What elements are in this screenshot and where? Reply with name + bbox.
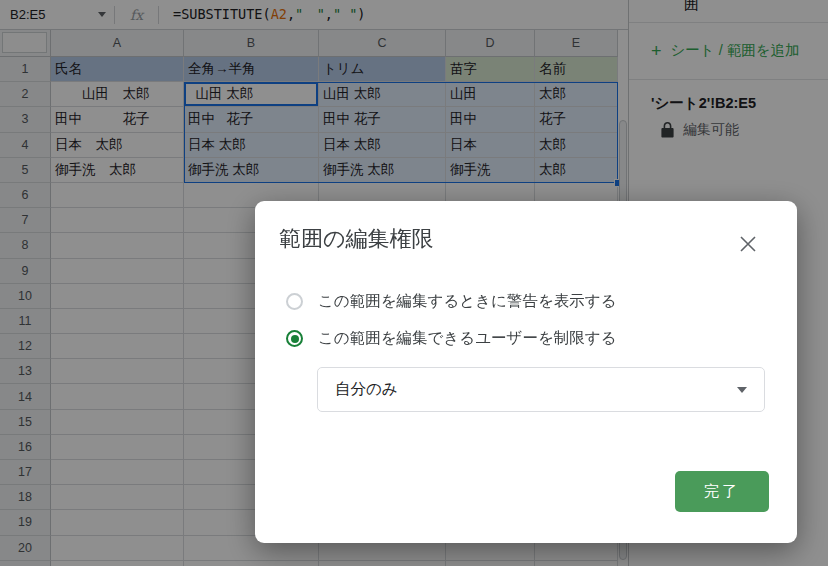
radio-selected-icon[interactable] <box>286 330 303 347</box>
dialog-title: 範囲の編集権限 <box>279 224 434 254</box>
radio-warning-label: この範囲を編集するときに警告を表示する <box>318 291 617 312</box>
range-permissions-dialog: 範囲の編集権限 この範囲を編集するときに警告を表示する この範囲を編集できるユー… <box>255 201 797 543</box>
radio-unselected-icon[interactable] <box>286 293 303 310</box>
close-icon[interactable] <box>739 235 757 253</box>
radio-restrict-label: この範囲を編集できるユーザーを制限する <box>318 328 617 349</box>
permission-dropdown[interactable]: 自分のみ <box>317 367 765 412</box>
dropdown-caret-icon <box>737 387 747 393</box>
radio-restrict-users[interactable]: この範囲を編集できるユーザーを制限する <box>286 328 617 349</box>
radio-show-warning[interactable]: この範囲を編集するときに警告を表示する <box>286 291 617 312</box>
dropdown-value: 自分のみ <box>335 379 398 400</box>
done-button[interactable]: 完了 <box>675 471 769 512</box>
